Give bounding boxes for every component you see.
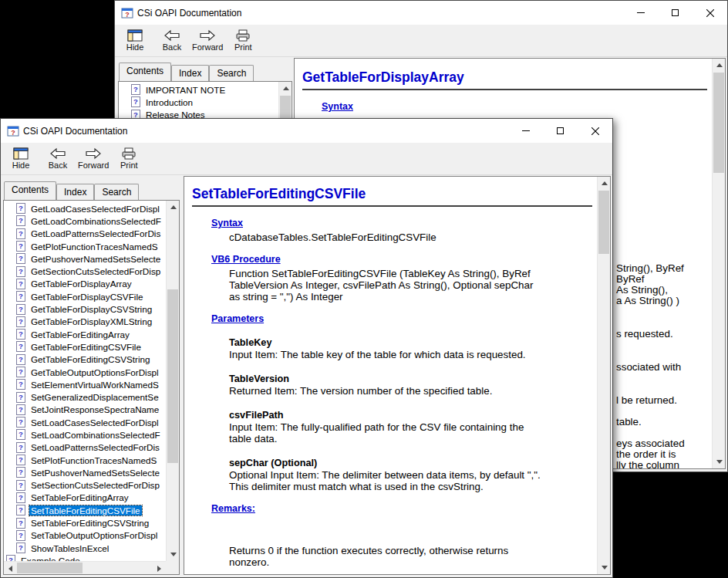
text-fragment: ssociated with xyxy=(616,361,681,373)
tree-item[interactable]: ? GetLoadCombinationsSelectedF xyxy=(4,215,166,227)
content-vertical-scrollbar[interactable] xyxy=(712,59,725,468)
tab-search[interactable]: Search xyxy=(94,184,139,200)
scroll-down-button[interactable] xyxy=(713,455,726,468)
tree-item[interactable]: ? GetLoadCasesSelectedForDispl xyxy=(4,202,166,215)
syntax-link[interactable]: Syntax xyxy=(322,101,353,112)
scroll-up-button[interactable] xyxy=(713,59,726,72)
scroll-up-button[interactable] xyxy=(598,177,611,190)
parameter-description: Input Item: The fully-qualified path for… xyxy=(229,421,592,444)
back-button[interactable]: Back xyxy=(44,144,72,174)
tree-item[interactable]: ? GetTableForEditingArray xyxy=(4,328,166,340)
app-icon[interactable]: ? xyxy=(121,7,133,19)
tree-item[interactable]: ? SetPushoverNamedSetsSelecte xyxy=(4,466,166,478)
forward-button[interactable]: Forward xyxy=(192,25,223,56)
print-button[interactable]: Print xyxy=(115,144,143,174)
tree-item[interactable]: ? SetPlotFunctionTracesNamedS xyxy=(4,454,166,466)
tree-horizontal-scrollbar[interactable] xyxy=(4,561,166,574)
tree-item[interactable]: ? GetTableForEditingCSVString xyxy=(4,353,166,366)
print-button[interactable]: Print xyxy=(229,25,257,56)
help-topic-icon: ? xyxy=(16,354,25,365)
tree-item-label: GetPushoverNamedSetsSelecte xyxy=(29,254,162,264)
tree-item[interactable]: ? SetTableForEditingCSVFile xyxy=(4,504,166,516)
tab-contents[interactable]: Contents xyxy=(119,63,171,81)
tree-item[interactable]: ? GetSectionCutsSelectedForDisp xyxy=(4,265,166,277)
tree-item[interactable]: ? SetGeneralizedDisplacementSe xyxy=(4,390,166,403)
scrollbar-thumb[interactable] xyxy=(167,289,178,463)
help-topic-icon: ? xyxy=(16,241,25,252)
app-icon[interactable]: ? xyxy=(7,125,19,137)
tree-vertical-scrollbar[interactable] xyxy=(166,201,179,561)
tree-item[interactable]: ? Introduction xyxy=(119,96,278,108)
titlebar[interactable]: ? CSi OAPI Documentation xyxy=(1,119,612,143)
help-topic-icon: ? xyxy=(16,228,25,239)
tree-item[interactable]: ? GetTableForDisplayArray xyxy=(4,278,166,290)
help-topic-icon: ? xyxy=(16,316,25,327)
remarks-link[interactable]: Remarks: xyxy=(211,503,255,514)
minimize-button[interactable] xyxy=(508,119,543,143)
titlebar[interactable]: ? CSi OAPI Documentation xyxy=(115,1,727,25)
syntax-link[interactable]: Syntax xyxy=(211,218,243,228)
hide-button[interactable]: Hide xyxy=(7,144,35,174)
scroll-right-button[interactable] xyxy=(153,562,166,575)
tree-item-label: SetJointResponseSpectraName xyxy=(29,404,160,414)
parameter-name: TableKey xyxy=(229,337,592,349)
parameters-link[interactable]: Parameters xyxy=(211,313,264,324)
tree-item[interactable]: ? SetTableForEditingArray xyxy=(4,492,166,504)
nav-tabs: Contents Index Search xyxy=(4,181,139,200)
scroll-down-button[interactable] xyxy=(598,561,611,574)
vb6-procedure-link[interactable]: VB6 Procedure xyxy=(211,254,281,265)
back-label: Back xyxy=(163,42,181,52)
close-button[interactable] xyxy=(693,1,727,25)
text-fragment: lly the column xyxy=(616,459,679,469)
back-button[interactable]: Back xyxy=(158,25,186,56)
hide-button[interactable]: Hide xyxy=(121,25,149,56)
tab-index[interactable]: Index xyxy=(171,65,209,81)
text-fragment: l be returned. xyxy=(616,394,677,406)
scroll-up-button[interactable] xyxy=(279,82,292,95)
tree-item[interactable]: ? GetPlotFunctionTracesNamedS xyxy=(4,240,166,252)
tree-item[interactable]: ? SetTableForEditingCSVString xyxy=(4,516,166,529)
tab-index[interactable]: Index xyxy=(56,184,94,200)
tree-item[interactable]: ? GetTableOutputOptionsForDispl xyxy=(4,366,166,378)
front-window: ? CSi OAPI Documentation Hide Back Forwa… xyxy=(0,118,613,578)
scrollbar-thumb[interactable] xyxy=(598,191,609,254)
minimize-button[interactable] xyxy=(623,1,658,25)
tree-item[interactable]: ? SetTableOutputOptionsForDispl xyxy=(4,529,166,542)
tree-item[interactable]: ? SetLoadCombinationsSelectedF xyxy=(4,428,166,441)
scroll-down-button[interactable] xyxy=(167,548,180,561)
scrollbar-thumb[interactable] xyxy=(17,563,83,573)
tree-item[interactable]: ? SetElementVirtualWorkNamedS xyxy=(4,378,166,390)
forward-arrow-icon xyxy=(85,147,102,160)
syntax-body: cDatabaseTables.SetTableForEditingCSVFil… xyxy=(229,232,592,243)
tree-item-label: GetTableOutputOptionsForDispl xyxy=(29,367,160,377)
help-topic-icon: ? xyxy=(131,96,140,107)
tab-search[interactable]: Search xyxy=(209,65,254,81)
tree-item[interactable]: ? SetLoadPatternsSelectedForDis xyxy=(4,441,166,454)
scroll-left-button[interactable] xyxy=(4,562,17,575)
tree-item[interactable]: ? GetTableForDisplayCSVString xyxy=(4,303,166,315)
close-button[interactable] xyxy=(578,119,612,143)
scroll-up-button[interactable] xyxy=(167,201,180,214)
tree-item[interactable]: ? GetLoadPatternsSelectedForDis xyxy=(4,228,166,240)
tree-item[interactable]: ? GetTableForDisplayCSVFile xyxy=(4,290,166,303)
tree-item[interactable]: ? SetJointResponseSpectraName xyxy=(4,404,166,416)
help-topic-icon: ? xyxy=(16,442,25,453)
forward-button[interactable]: Forward xyxy=(78,144,109,174)
tree-item[interactable]: ? IMPORTANT NOTE xyxy=(119,83,278,96)
help-topic-icon: ? xyxy=(16,417,25,428)
tree-item[interactable]: ? SetLoadCasesSelectedForDispl xyxy=(4,416,166,428)
help-topic-icon: ? xyxy=(16,279,25,289)
tree-item[interactable]: ? GetTableForDisplayXMLString xyxy=(4,316,166,328)
tree-item[interactable]: ? GetTableForEditingCSVFile xyxy=(4,340,166,353)
tree-item[interactable]: ? SetSectionCutsSelectedForDisp xyxy=(4,479,166,492)
scrollbar-thumb[interactable] xyxy=(713,73,724,173)
hide-label: Hide xyxy=(12,161,30,170)
tree-item[interactable]: ? GetPushoverNamedSetsSelecte xyxy=(4,252,166,265)
tree-item-label: SetLoadCasesSelectedForDispl xyxy=(29,417,160,428)
maximize-button[interactable] xyxy=(543,119,578,143)
maximize-button[interactable] xyxy=(658,1,693,25)
tree-item[interactable]: ? ShowTablesInExcel xyxy=(4,542,166,554)
close-icon xyxy=(592,127,599,135)
content-vertical-scrollbar[interactable] xyxy=(597,177,610,574)
tab-contents[interactable]: Contents xyxy=(4,181,56,200)
